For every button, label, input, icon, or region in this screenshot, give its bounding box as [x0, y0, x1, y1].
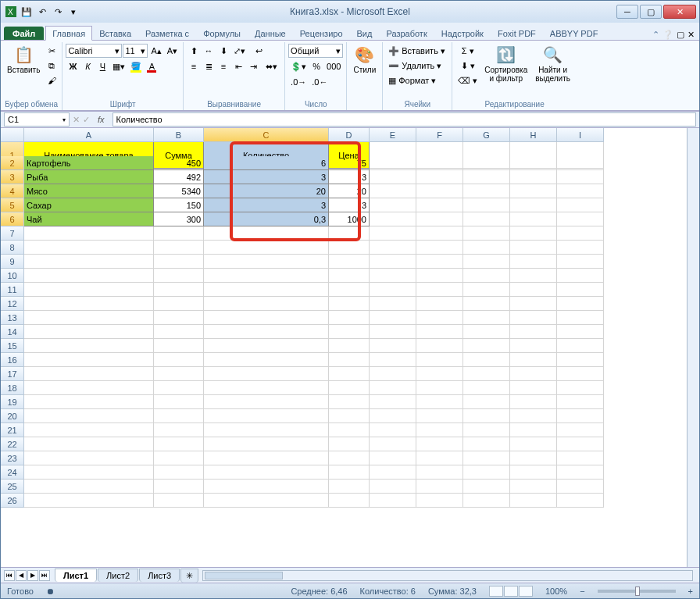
cell-B19[interactable] — [154, 395, 204, 409]
cell-F17[interactable] — [416, 367, 463, 381]
cell-H24[interactable] — [510, 465, 557, 480]
cell-I11[interactable] — [557, 283, 604, 297]
doc-close-icon[interactable]: ✕ — [688, 30, 695, 40]
horizontal-scrollbar[interactable] — [202, 570, 693, 581]
zoom-thumb[interactable] — [635, 587, 640, 596]
currency-icon[interactable]: 💲▾ — [288, 59, 309, 73]
cell-H21[interactable] — [510, 423, 557, 437]
cell-C25[interactable] — [204, 480, 329, 494]
cell-G23[interactable] — [463, 451, 510, 465]
cell-F11[interactable] — [416, 283, 463, 297]
col-header-F[interactable]: F — [416, 128, 463, 142]
cell-E25[interactable] — [370, 480, 416, 494]
cell-F6[interactable] — [416, 212, 463, 226]
cell-H15[interactable] — [510, 339, 557, 353]
cell-H23[interactable] — [510, 451, 557, 465]
align-top-icon[interactable]: ⬆ — [187, 44, 201, 58]
cell-grid[interactable]: ABCDEFGHI1Наименование товараСуммаКоличе… — [1, 128, 699, 508]
normal-view-icon[interactable] — [489, 586, 503, 597]
cell-C17[interactable] — [204, 367, 329, 381]
cell-C7[interactable] — [204, 226, 329, 241]
cell-B16[interactable] — [154, 353, 204, 367]
cell-C18[interactable] — [204, 381, 329, 395]
row-header-17[interactable]: 17 — [1, 367, 24, 381]
cell-I8[interactable] — [557, 241, 604, 255]
cell-F26[interactable] — [416, 494, 463, 508]
cell-H25[interactable] — [510, 480, 557, 494]
cell-F21[interactable] — [416, 423, 463, 437]
sheet-tab-3[interactable]: Лист3 — [139, 569, 180, 582]
cell-G14[interactable] — [463, 325, 510, 339]
cell-D8[interactable] — [329, 241, 370, 255]
cell-D4[interactable]: 20 — [329, 184, 370, 198]
fill-icon[interactable]: ⬇ ▾ — [455, 59, 480, 73]
row-header-20[interactable]: 20 — [1, 409, 24, 423]
cell-A4[interactable]: Мясо — [24, 184, 154, 198]
row-header-8[interactable]: 8 — [1, 241, 24, 255]
cell-A20[interactable] — [24, 409, 154, 423]
cell-D9[interactable] — [329, 255, 370, 269]
redo-icon[interactable]: ↷ — [51, 5, 65, 19]
cut-icon[interactable]: ✂ — [45, 44, 59, 58]
macro-record-icon[interactable]: ⏺ — [46, 587, 55, 596]
cell-E14[interactable] — [370, 325, 416, 339]
fx-icon[interactable]: fx — [93, 115, 109, 124]
tab-review[interactable]: Рецензиро — [293, 26, 350, 40]
col-header-G[interactable]: G — [463, 128, 510, 142]
cell-F9[interactable] — [416, 255, 463, 269]
row-header-7[interactable]: 7 — [1, 226, 24, 241]
cell-F22[interactable] — [416, 437, 463, 451]
cell-B4[interactable]: 5340 — [154, 184, 204, 198]
cell-F16[interactable] — [416, 353, 463, 367]
cell-I13[interactable] — [557, 311, 604, 325]
cell-E7[interactable] — [370, 226, 416, 241]
percent-icon[interactable]: % — [309, 59, 323, 73]
cell-C6[interactable]: 0,3 — [204, 212, 329, 226]
orientation-icon[interactable]: ⤢▾ — [231, 44, 248, 58]
cell-F23[interactable] — [416, 451, 463, 465]
cell-C8[interactable] — [204, 241, 329, 255]
cell-G26[interactable] — [463, 494, 510, 508]
row-header-26[interactable]: 26 — [1, 494, 24, 508]
cell-I14[interactable] — [557, 325, 604, 339]
cell-C9[interactable] — [204, 255, 329, 269]
cell-I20[interactable] — [557, 409, 604, 423]
cell-I23[interactable] — [557, 451, 604, 465]
zoom-out-icon[interactable]: − — [580, 587, 584, 596]
cell-D7[interactable] — [329, 226, 370, 241]
cell-B11[interactable] — [154, 283, 204, 297]
col-header-H[interactable]: H — [510, 128, 557, 142]
row-header-6[interactable]: 6 — [1, 212, 24, 226]
cell-E26[interactable] — [370, 494, 416, 508]
cell-I12[interactable] — [557, 297, 604, 311]
sheet-tab-2[interactable]: Лист2 — [98, 569, 138, 582]
cell-H4[interactable] — [510, 184, 557, 198]
copy-icon[interactable]: ⧉ — [45, 59, 59, 73]
cell-C13[interactable] — [204, 311, 329, 325]
cell-B21[interactable] — [154, 423, 204, 437]
cell-G6[interactable] — [463, 212, 510, 226]
cell-A18[interactable] — [24, 381, 154, 395]
cell-H18[interactable] — [510, 381, 557, 395]
vertical-scrollbar[interactable] — [687, 128, 699, 567]
help-icon[interactable]: ❔ — [662, 30, 673, 40]
undo-icon[interactable]: ↶ — [35, 5, 49, 19]
col-header-B[interactable]: B — [154, 128, 204, 142]
window-restore-icon[interactable]: ▢ — [677, 30, 684, 40]
cell-H11[interactable] — [510, 283, 557, 297]
cell-A13[interactable] — [24, 311, 154, 325]
cell-B2[interactable]: 450 — [154, 156, 204, 170]
cell-D17[interactable] — [329, 367, 370, 381]
cell-B26[interactable] — [154, 494, 204, 508]
wrap-text-icon[interactable]: ↩ — [248, 44, 269, 58]
cell-H9[interactable] — [510, 255, 557, 269]
borders-icon[interactable]: ▦▾ — [110, 59, 127, 73]
cell-E15[interactable] — [370, 339, 416, 353]
italic-button[interactable]: К — [80, 59, 95, 73]
cell-E18[interactable] — [370, 381, 416, 395]
enter-formula-icon[interactable]: ✓ — [83, 115, 90, 125]
qat-more-icon[interactable]: ▾ — [66, 5, 80, 19]
cell-F5[interactable] — [416, 198, 463, 212]
cell-D21[interactable] — [329, 423, 370, 437]
cell-A22[interactable] — [24, 437, 154, 451]
